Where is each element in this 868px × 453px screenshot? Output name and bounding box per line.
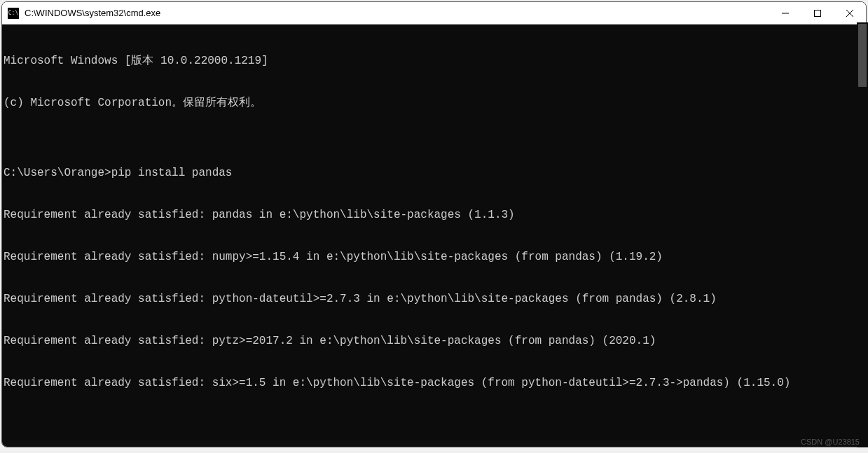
terminal-line: Requirement already satisfied: pandas in… xyxy=(4,208,866,222)
cmd-icon: C:\ xyxy=(8,8,19,19)
scrollbar-thumb[interactable] xyxy=(858,24,867,87)
window-title: C:\WINDOWS\system32\cmd.exe xyxy=(25,8,769,18)
minimize-icon xyxy=(782,10,789,17)
terminal-prompt-line: C:\Users\Orange> xyxy=(4,446,866,447)
terminal-line: Requirement already satisfied: six>=1.5 … xyxy=(4,376,866,390)
scrollbar[interactable] xyxy=(857,22,868,447)
terminal-line: C:\Users\Orange>pip install pandas xyxy=(4,166,866,180)
close-icon xyxy=(846,10,853,17)
titlebar[interactable]: C:\ C:\WINDOWS\system32\cmd.exe xyxy=(2,2,866,25)
terminal-line: Microsoft Windows [版本 10.0.22000.1219] xyxy=(4,54,866,68)
cmd-window: C:\ C:\WINDOWS\system32\cmd.exe Microsof… xyxy=(1,1,867,447)
terminal-output[interactable]: Microsoft Windows [版本 10.0.22000.1219] (… xyxy=(2,25,866,447)
terminal-line: Requirement already satisfied: python-da… xyxy=(4,292,866,306)
close-button[interactable] xyxy=(834,2,866,24)
watermark: CSDN @U23815 xyxy=(801,438,860,446)
svg-rect-1 xyxy=(815,10,821,16)
terminal-line: (c) Microsoft Corporation。保留所有权利。 xyxy=(4,96,866,110)
maximize-button[interactable] xyxy=(801,2,834,24)
maximize-icon xyxy=(814,10,821,17)
terminal-line: Requirement already satisfied: pytz>=201… xyxy=(4,334,866,348)
terminal-line: Requirement already satisfied: numpy>=1.… xyxy=(4,250,866,264)
window-controls xyxy=(769,2,866,24)
minimize-button[interactable] xyxy=(769,2,801,24)
